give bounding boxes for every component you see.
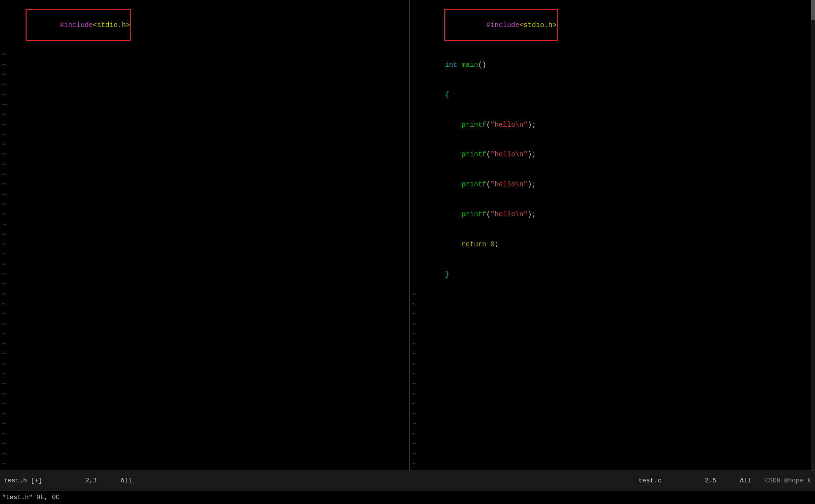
left-tilde-43: ~ — [2, 459, 407, 469]
right-int-keyword: int — [445, 61, 457, 69]
right-main-paren: () — [478, 61, 486, 69]
left-pos: 2,1 — [86, 477, 97, 484]
left-tilde-42: ~ — [2, 449, 407, 459]
right-printf3-func: printf — [461, 180, 486, 188]
left-tilde-4: ~ — [2, 70, 407, 80]
right-line-8-return: return 0; — [412, 230, 810, 260]
left-tilde-15: ~ — [2, 179, 407, 189]
left-tilde-6: ~ — [2, 90, 407, 100]
msgbar: "test.h" 0L, 0C — [0, 490, 815, 504]
left-tilde-5: ~ — [2, 80, 407, 89]
left-tilde-18: ~ — [2, 209, 407, 219]
right-tilde-23: ~ — [412, 419, 810, 429]
right-tilde-22: ~ — [412, 409, 810, 419]
right-tilde-16: ~ — [412, 349, 810, 359]
left-pane[interactable]: #include<stdio.h> ~ ~ ~ ~ ~ ~ ~ ~ ~ ~ ~ … — [0, 0, 409, 471]
left-all: All — [121, 477, 132, 484]
left-tilde-3: ~ — [2, 60, 407, 70]
left-tilde-29: ~ — [2, 320, 407, 329]
right-tilde-17: ~ — [412, 359, 810, 369]
right-include-keyword: #include — [486, 21, 519, 29]
right-line-2-main: int main() — [412, 50, 810, 80]
left-tilde-32: ~ — [2, 349, 407, 359]
right-include-highlight: #include<stdio.h> — [445, 10, 557, 40]
right-pane-outer: #include<stdio.h> int main() { printf("h… — [410, 0, 815, 471]
right-printf1-func: printf — [461, 121, 486, 129]
right-line-3-brace: { — [412, 80, 810, 110]
right-pos: 2,5 — [705, 477, 716, 484]
left-tilde-26: ~ — [2, 290, 407, 299]
right-printf3-string: "hello\n" — [490, 180, 528, 188]
left-tilde-40: ~ — [2, 429, 407, 439]
right-tilde-18: ~ — [412, 369, 810, 379]
right-printf2-paren-close: ); — [528, 150, 536, 158]
statusbar: test.h [+] 2,1 All test.c 2,5 All CSDN @… — [0, 471, 815, 490]
right-scrollbar-thumb[interactable] — [811, 0, 815, 20]
left-tilde-25: ~ — [2, 279, 407, 289]
left-tilde-13: ~ — [2, 160, 407, 170]
right-line-5-printf: printf("hello\n"); — [412, 140, 810, 170]
left-tilde-37: ~ — [2, 399, 407, 409]
left-tilde-41: ~ — [2, 439, 407, 449]
right-tilde-20: ~ — [412, 389, 810, 399]
right-printf-indent3 — [445, 180, 462, 188]
right-line-7-printf: printf("hello\n"); — [412, 200, 810, 230]
right-include-filename: stdio.h — [523, 21, 552, 29]
left-tilde-44: ~ — [2, 469, 407, 471]
right-return-indent — [445, 240, 462, 248]
right-printf1-string: "hello\n" — [490, 121, 528, 129]
right-line-9-brace: } — [412, 260, 810, 290]
right-tilde-10: ~ — [412, 290, 810, 299]
left-tilde-27: ~ — [2, 299, 407, 309]
left-tilde-8: ~ — [2, 110, 407, 119]
right-printf3-paren-open: ( — [486, 180, 490, 188]
right-return-space — [486, 240, 490, 248]
right-close-brace: } — [445, 270, 449, 278]
right-tilde-25: ~ — [412, 439, 810, 449]
right-scrollbar[interactable] — [811, 0, 815, 471]
watermark: CSDN @hope_k — [765, 477, 811, 484]
right-return-zero: 0 — [490, 240, 494, 248]
right-all: All — [740, 477, 751, 484]
right-file-name: test.c — [638, 477, 662, 484]
left-tilde-36: ~ — [2, 389, 407, 399]
right-tilde-26: ~ — [412, 449, 810, 459]
left-tilde-34: ~ — [2, 369, 407, 379]
left-tilde-22: ~ — [2, 249, 407, 259]
editor-area: #include<stdio.h> ~ ~ ~ ~ ~ ~ ~ ~ ~ ~ ~ … — [0, 0, 815, 471]
left-tilde-38: ~ — [2, 409, 407, 419]
right-main-funcname: main — [461, 61, 478, 69]
right-printf2-func: printf — [461, 150, 486, 158]
left-include-bracket2: > — [126, 21, 130, 29]
left-tilde-7: ~ — [2, 100, 407, 110]
right-tilde-15: ~ — [412, 339, 810, 349]
left-tilde-33: ~ — [2, 359, 407, 369]
msgbar-text: "test.h" 0L, 0C — [2, 494, 60, 501]
right-open-brace: { — [445, 91, 449, 99]
left-tilde-30: ~ — [2, 329, 407, 339]
right-pane[interactable]: #include<stdio.h> int main() { printf("h… — [410, 0, 815, 471]
left-tilde-31: ~ — [2, 339, 407, 349]
left-tilde-14: ~ — [2, 170, 407, 179]
left-line-1: #include<stdio.h> — [2, 0, 407, 50]
right-printf1-paren-close: ); — [528, 121, 536, 129]
right-tilde-21: ~ — [412, 399, 810, 409]
left-tilde-17: ~ — [2, 200, 407, 209]
right-line-6-printf: printf("hello\n"); — [412, 170, 810, 200]
left-tilde-2: ~ — [2, 50, 407, 59]
right-tilde-28: ~ — [412, 469, 810, 471]
right-printf4-paren-close: ); — [528, 210, 536, 218]
right-tilde-12: ~ — [412, 309, 810, 319]
left-include-filename: stdio.h — [97, 21, 126, 29]
right-printf-indent2 — [445, 150, 462, 158]
right-printf3-paren-close: ); — [528, 180, 536, 188]
right-printf2-string: "hello\n" — [490, 150, 528, 158]
right-tilde-13: ~ — [412, 320, 810, 329]
left-tilde-23: ~ — [2, 260, 407, 269]
left-tilde-19: ~ — [2, 220, 407, 230]
left-tilde-10: ~ — [2, 130, 407, 140]
right-printf4-string: "hello\n" — [490, 210, 528, 218]
left-tilde-21: ~ — [2, 239, 407, 249]
right-tilde-19: ~ — [412, 379, 810, 389]
left-tilde-20: ~ — [2, 230, 407, 239]
